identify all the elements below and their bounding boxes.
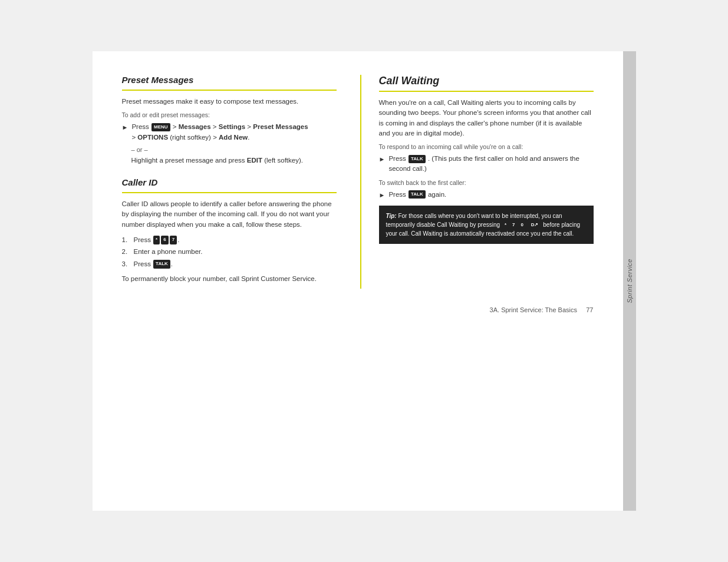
page-footer: 3A. Sprint Service: The Basics 77 — [122, 306, 594, 313]
main-page: Preset Messages Preset messages make it … — [93, 51, 623, 511]
menu-key: MENU — [151, 123, 170, 131]
caller-id-title: Caller ID — [122, 177, 337, 187]
or-text: – or – — [131, 146, 337, 153]
caller-id-steps: 1. Press *67. 2. Enter a phone number. 3… — [122, 234, 337, 269]
caller-id-block-text: To permanently block your number, call S… — [122, 274, 337, 284]
bullet-arrow-1: ► — [122, 123, 129, 133]
star-key: * — [153, 236, 160, 244]
footer-text: 3A. Sprint Service: The Basics — [490, 306, 577, 313]
switch-bullet: ► Press TALK again. — [379, 190, 594, 200]
call-waiting-intro: When you're on a call, Call Waiting aler… — [379, 98, 594, 138]
left-column: Preset Messages Preset messages make it … — [122, 75, 337, 289]
caller-id-intro: Caller ID allows people to identify a ca… — [122, 199, 337, 230]
preset-bullet-1-text: Press MENU > Messages > Settings > Prese… — [131, 122, 308, 143]
six-key: 6 — [161, 236, 168, 244]
caller-id-step-3: 3. Press TALK. — [122, 259, 337, 269]
sidebar-label: Sprint Service — [626, 259, 633, 303]
caller-id-step-2: 2. Enter a phone number. — [122, 246, 337, 257]
step3-press: Press TALK. — [134, 260, 173, 267]
step2-text: Enter a phone number. — [134, 248, 203, 255]
bullet-arrow-respond: ► — [379, 154, 386, 164]
switch-desc: again. — [428, 191, 446, 198]
tip-text: For those calls where you don't want to … — [386, 213, 581, 237]
respond-talk-key: TALK — [409, 155, 426, 163]
switch-text: Press TALK again. — [388, 190, 446, 200]
tip-zero-key: 0 — [518, 221, 525, 229]
preset-path: > Messages > Settings > Preset Messages — [173, 123, 308, 130]
press-label-1: Press — [131, 123, 149, 130]
step1-press: Press *67. — [134, 236, 180, 243]
switch-talk-key: TALK — [409, 190, 426, 199]
switch-label: To switch back to the first caller: — [379, 179, 594, 186]
right-column: Call Waiting When you're on a call, Call… — [360, 75, 594, 289]
respond-bullet: ► Press TALK . (This puts the first call… — [379, 154, 594, 174]
preset-messages-section: Preset Messages Preset messages make it … — [122, 75, 337, 166]
preset-messages-title: Preset Messages — [122, 75, 337, 85]
respond-label: To respond to an incoming call while you… — [379, 143, 594, 150]
call-waiting-section: Call Waiting When you're on a call, Call… — [379, 75, 594, 244]
call-waiting-divider — [379, 91, 594, 92]
preset-intro: Preset messages make it easy to compose … — [122, 97, 337, 107]
caller-id-divider — [122, 192, 337, 193]
options-path: > OPTIONS (right softkey) > Add New. — [131, 134, 249, 141]
seven-key: 7 — [170, 236, 177, 244]
highlight-text: Highlight a preset message and press EDI… — [131, 156, 337, 166]
preset-bullet-1: ► Press MENU > Messages > Settings > Pre… — [122, 122, 337, 143]
tip-extra-key: D↗ — [529, 221, 541, 229]
caller-id-section: Caller ID Caller ID allows people to ide… — [122, 177, 337, 284]
sidebar-tab: Sprint Service — [623, 51, 636, 511]
tip-star-key: * — [502, 221, 509, 229]
talk-key: TALK — [153, 260, 170, 269]
caller-id-step-1: 1. Press *67. — [122, 234, 337, 245]
tip-seven-key: 7 — [510, 221, 517, 229]
preset-divider — [122, 90, 337, 91]
call-waiting-title: Call Waiting — [379, 75, 594, 87]
preset-instruction-label: To add or edit preset messages: — [122, 111, 337, 118]
tip-box: Tip: For those calls where you don't wan… — [379, 206, 594, 244]
switch-press-label: Press — [388, 191, 406, 198]
respond-press-label: Press — [388, 155, 406, 162]
tip-label: Tip: — [386, 213, 398, 219]
page-number: 77 — [586, 306, 593, 313]
respond-text: Press TALK . (This puts the first caller… — [388, 154, 593, 174]
bullet-arrow-switch: ► — [379, 190, 386, 200]
